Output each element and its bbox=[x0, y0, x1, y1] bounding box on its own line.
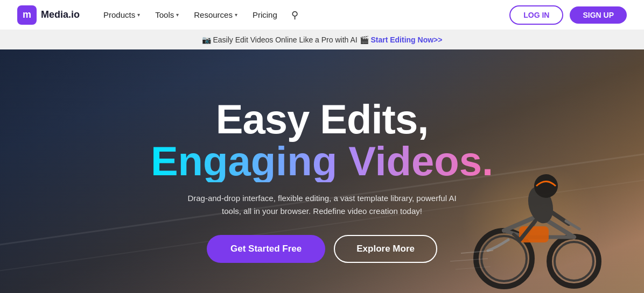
logo-text: Media.io bbox=[41, 9, 80, 20]
explore-more-button[interactable]: Explore More bbox=[334, 235, 437, 263]
get-started-button[interactable]: Get Started Free bbox=[207, 235, 325, 263]
search-icon[interactable]: ⚲ bbox=[286, 6, 304, 24]
logo-icon: m bbox=[17, 5, 37, 25]
signup-button[interactable]: SIGN UP bbox=[570, 6, 627, 24]
hero-buttons: Get Started Free Explore More bbox=[151, 235, 493, 263]
nav-tools[interactable]: Tools ▾ bbox=[149, 6, 185, 24]
nav-pricing[interactable]: Pricing bbox=[246, 6, 284, 24]
svg-point-3 bbox=[555, 242, 593, 281]
logo-link[interactable]: m Media.io bbox=[17, 5, 80, 25]
nav-actions: LOG IN SIGN UP bbox=[509, 5, 627, 25]
hero-title-line2: Engaging Videos. bbox=[151, 140, 493, 183]
svg-line-18 bbox=[456, 267, 491, 269]
hero-content: Easy Edits, Engaging Videos. Drag-and-dr… bbox=[138, 99, 506, 263]
hero-subtitle: Drag-and-drop interface, flexible editin… bbox=[182, 192, 462, 218]
banner-text: 📷 Easily Edit Videos Online Like a Pro w… bbox=[202, 35, 371, 44]
login-button[interactable]: LOG IN bbox=[509, 5, 563, 25]
svg-point-11 bbox=[534, 174, 558, 198]
nav-links: Products ▾ Tools ▾ Resources ▾ Pricing ⚲ bbox=[97, 6, 509, 24]
chevron-down-icon: ▾ bbox=[137, 12, 140, 18]
promo-banner: 📷 Easily Edit Videos Online Like a Pro w… bbox=[0, 30, 644, 49]
chevron-down-icon: ▾ bbox=[235, 12, 237, 18]
svg-point-2 bbox=[549, 237, 599, 286]
nav-products[interactable]: Products ▾ bbox=[97, 6, 146, 24]
chevron-down-icon: ▾ bbox=[176, 12, 179, 18]
nav-resources[interactable]: Resources ▾ bbox=[187, 6, 244, 24]
hero-section: Easy Edits, Engaging Videos. Drag-and-dr… bbox=[0, 49, 644, 293]
hero-title-line1: Easy Edits, bbox=[151, 99, 493, 140]
navbar: m Media.io Products ▾ Tools ▾ Resources … bbox=[0, 0, 644, 30]
banner-cta[interactable]: Start Editing Now>> bbox=[370, 35, 442, 44]
